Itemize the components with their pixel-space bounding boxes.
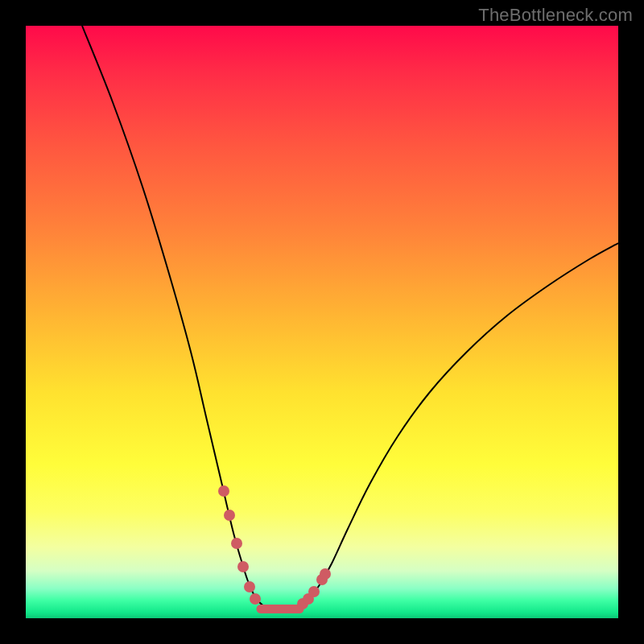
- curve-marker: [231, 538, 242, 549]
- bottleneck-curve: [82, 26, 618, 609]
- curve-marker: [308, 586, 320, 597]
- curve-marker: [218, 485, 229, 497]
- watermark-text: TheBottleneck.com: [478, 5, 633, 26]
- plot-area: [26, 26, 618, 618]
- curve-marker: [250, 593, 261, 605]
- chart-frame: TheBottleneck.com: [0, 0, 644, 644]
- curve-marker: [244, 581, 255, 592]
- curve-marker: [224, 510, 235, 521]
- curve-marker: [237, 561, 249, 572]
- marker-group: [218, 485, 331, 609]
- bottleneck-curve-svg: [26, 26, 618, 618]
- curve-marker: [320, 568, 331, 580]
